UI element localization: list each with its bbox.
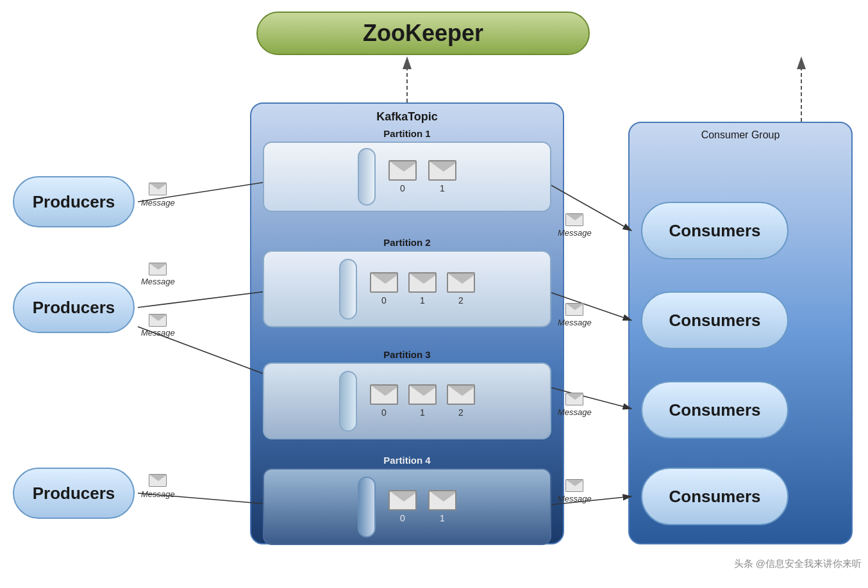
partition-4-section: Partition 4 0 1 (263, 455, 551, 545)
partition-1-item-0: 0 (400, 183, 405, 193)
partition-4-item-1: 1 (440, 513, 445, 523)
msg-label-c4: Message (558, 494, 592, 503)
msg-label-p2b: Message (141, 328, 175, 338)
partition-2-item-2: 2 (458, 295, 463, 306)
consumer-1-label: Consumers (669, 221, 760, 241)
envelope-p2b (149, 314, 167, 327)
kafka-topic-label: KafkaTopic (251, 104, 563, 124)
diagram-container: ZooKeeper KafkaTopic Consumer Group (0, 0, 868, 588)
partition-4-label: Partition 4 (263, 455, 551, 466)
partition-1-label: Partition 1 (263, 128, 551, 139)
zookeeper-label: ZooKeeper (363, 20, 483, 47)
envelope-c4 (565, 479, 583, 492)
zookeeper-banner: ZooKeeper (256, 12, 590, 55)
consumer-group-label: Consumer Group (630, 123, 851, 141)
partition-3-section: Partition 3 0 1 (263, 349, 551, 439)
producer-2-label: Producers (33, 298, 115, 318)
partition-1-section: Partition 1 0 1 (263, 128, 551, 212)
envelope-p2a (149, 263, 167, 275)
partition-2-item-1: 1 (420, 295, 425, 306)
msg-label-p1: Message (141, 198, 175, 208)
msg-label-c3: Message (558, 407, 592, 417)
envelope-p1 (149, 183, 167, 195)
envelope-c2 (565, 303, 583, 316)
msg-label-p3: Message (141, 489, 175, 499)
producer-3-label: Producers (33, 484, 115, 503)
consumer-3-label: Consumers (669, 400, 760, 420)
partition-1-item-1: 1 (440, 183, 445, 193)
partition-2-section: Partition 2 0 1 (263, 237, 551, 327)
partition-2-label: Partition 2 (263, 237, 551, 248)
consumer-4-label: Consumers (669, 487, 760, 507)
consumer-2-label: Consumers (669, 311, 760, 331)
msg-label-p2a: Message (141, 277, 175, 286)
envelope-p3 (149, 474, 167, 487)
envelope-c3 (565, 393, 583, 405)
msg-label-c1: Message (558, 228, 592, 238)
partition-2-item-0: 0 (381, 295, 387, 306)
msg-label-c2: Message (558, 318, 592, 327)
watermark: 头条 @信息安全我来讲你来听 (734, 558, 862, 570)
partition-3-item-1: 1 (420, 407, 425, 418)
partition-3-item-2: 2 (458, 407, 463, 418)
partition-3-label: Partition 3 (263, 349, 551, 360)
partition-3-item-0: 0 (381, 407, 387, 418)
envelope-c1 (565, 213, 583, 226)
partition-4-item-0: 0 (400, 513, 405, 523)
producer-1-label: Producers (33, 192, 115, 212)
